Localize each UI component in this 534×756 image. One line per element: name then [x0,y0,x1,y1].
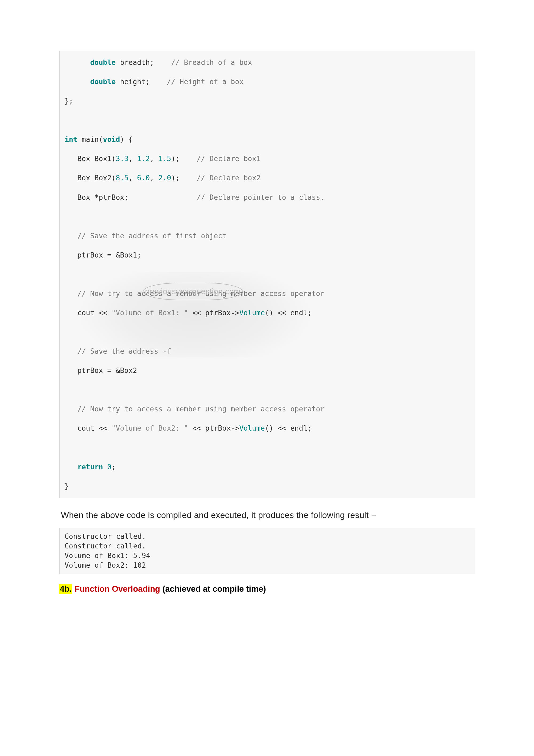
section-heading: 4b. Function Overloading (achieved at co… [59,584,475,594]
heading-suffix: (achieved at compile time) [160,584,266,594]
heading-number: 4b. [59,584,72,594]
explanation-text: When the above code is compiled and exec… [61,509,475,522]
heading-title: Function Overloading [74,584,160,594]
code-block: double breadth; // Breadth of a box doub… [59,51,475,498]
output-block: Constructor called. Constructor called. … [59,528,475,574]
